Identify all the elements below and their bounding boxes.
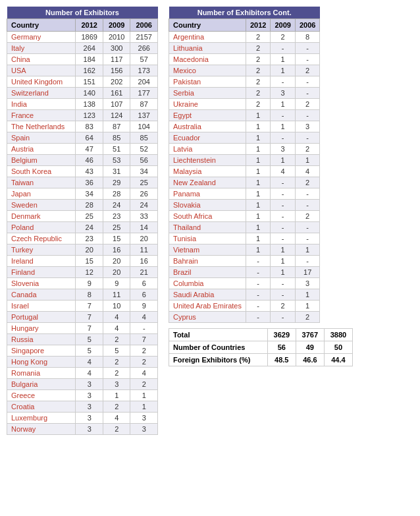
- country-name: South Korea: [7, 166, 76, 177]
- right-table-row: Malaysia144: [169, 166, 320, 177]
- year-value: 9: [76, 278, 103, 289]
- right-table-row: Brazil-117: [169, 267, 320, 278]
- summary-label: Total: [169, 329, 268, 341]
- year-value: 7: [76, 301, 103, 312]
- year-value: -: [246, 289, 270, 301]
- left-table-row: Italy264300266: [7, 43, 158, 54]
- year-value: 21: [130, 267, 158, 278]
- right-table-container: Number of Exhibitors Cont.Country2012200…: [169, 7, 353, 435]
- right-table-row: Thailand1--: [169, 222, 320, 233]
- year-value: 1: [246, 222, 270, 233]
- summary-value: 3767: [296, 329, 324, 341]
- country-name: Poland: [7, 222, 76, 233]
- year-value: -: [295, 200, 319, 211]
- country-name: Russia: [7, 334, 76, 345]
- year-value: -: [246, 312, 270, 323]
- country-name: Canada: [7, 289, 76, 301]
- left-col-header-3: 2006: [130, 19, 158, 32]
- left-table-row: Portugal744: [7, 312, 158, 323]
- country-name: Cyprus: [169, 312, 246, 323]
- year-value: 3: [271, 144, 295, 155]
- year-value: 117: [103, 54, 130, 65]
- year-value: 28: [76, 200, 103, 211]
- country-name: Sweden: [7, 200, 76, 211]
- year-value: 2: [271, 32, 295, 43]
- summary-row: Total362937673880: [169, 329, 353, 341]
- right-table-row: Australia113: [169, 121, 320, 132]
- country-name: Switzerland: [7, 88, 76, 99]
- year-value: 2: [246, 88, 270, 99]
- country-name: Portugal: [7, 312, 76, 323]
- year-value: 123: [76, 110, 103, 121]
- left-col-header-2: 2009: [103, 19, 130, 32]
- year-value: 2010: [103, 32, 130, 43]
- country-name: Australia: [169, 121, 246, 132]
- summary-value: 3880: [324, 329, 352, 341]
- year-value: 15: [76, 256, 103, 267]
- country-name: Hong Kong: [7, 357, 76, 368]
- right-table-row: Slovakia1--: [169, 200, 320, 211]
- year-value: 6: [130, 278, 158, 289]
- country-name: Mexico: [169, 65, 246, 76]
- year-value: 52: [130, 144, 158, 155]
- year-value: 85: [103, 132, 130, 144]
- country-name: South Africa: [169, 211, 246, 222]
- left-table-row: Ireland152016: [7, 256, 158, 267]
- year-value: 3: [76, 413, 103, 424]
- year-value: 1: [246, 200, 270, 211]
- year-value: 173: [130, 65, 158, 76]
- year-value: 2: [103, 357, 130, 368]
- year-value: 3: [130, 413, 158, 424]
- year-value: 1: [271, 121, 295, 132]
- left-table-row: Norway323: [7, 424, 158, 435]
- country-name: The Netherlands: [7, 121, 76, 132]
- year-value: -: [130, 323, 158, 334]
- country-name: Israel: [7, 301, 76, 312]
- year-value: -: [295, 222, 319, 233]
- year-value: 2: [103, 334, 130, 345]
- year-value: 20: [103, 256, 130, 267]
- year-value: 87: [103, 121, 130, 132]
- year-value: 2: [295, 65, 319, 76]
- year-value: 2: [130, 379, 158, 390]
- country-name: Germany: [7, 32, 76, 43]
- country-name: India: [7, 99, 76, 110]
- year-value: 16: [130, 256, 158, 267]
- right-table-row: Pakistan2--: [169, 76, 320, 88]
- country-name: Columbia: [169, 278, 246, 289]
- country-name: Egypt: [169, 110, 246, 121]
- year-value: 64: [76, 132, 103, 144]
- left-table-row: Czech Republic231520: [7, 233, 158, 244]
- year-value: 2: [103, 401, 130, 413]
- left-table-row: Switzerland140161177: [7, 88, 158, 99]
- year-value: 47: [76, 144, 103, 155]
- year-value: 12: [76, 267, 103, 278]
- year-value: 1: [246, 132, 270, 144]
- left-table-row: Taiwan362925: [7, 177, 158, 188]
- year-value: 1: [246, 177, 270, 188]
- left-table-row: Singapore552: [7, 345, 158, 357]
- year-value: 8: [295, 32, 319, 43]
- year-value: -: [271, 211, 295, 222]
- country-name: Liechtenstein: [169, 155, 246, 166]
- summary-value: 49: [296, 341, 324, 354]
- year-value: 3: [295, 121, 319, 132]
- left-table-row: Japan342826: [7, 188, 158, 200]
- right-col-header-1: 2012: [246, 19, 270, 32]
- year-value: 2: [246, 99, 270, 110]
- year-value: 151: [76, 76, 103, 88]
- year-value: 23: [76, 233, 103, 244]
- year-value: 1869: [76, 32, 103, 43]
- country-name: China: [7, 54, 76, 65]
- year-value: 1: [246, 166, 270, 177]
- right-table-row: Columbia--3: [169, 278, 320, 289]
- right-table-row: Saudi Arabia--1: [169, 289, 320, 301]
- country-name: Taiwan: [7, 177, 76, 188]
- year-value: -: [271, 200, 295, 211]
- summary-value: 50: [324, 341, 352, 354]
- year-value: 9: [130, 301, 158, 312]
- country-name: Turkey: [7, 244, 76, 256]
- year-value: 104: [130, 121, 158, 132]
- year-value: -: [271, 233, 295, 244]
- year-value: 23: [103, 211, 130, 222]
